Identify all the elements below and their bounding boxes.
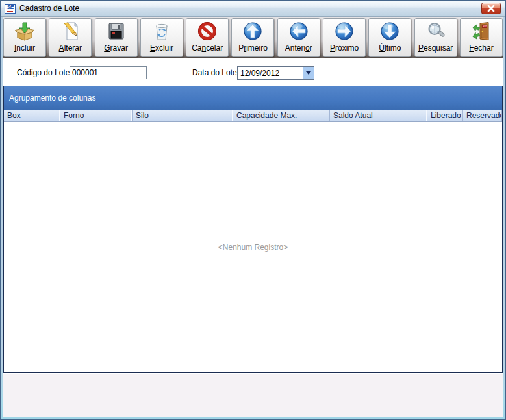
trash-delete-icon xyxy=(151,21,172,42)
dropdown-button[interactable] xyxy=(303,67,314,79)
toolbar-button-fechar[interactable]: EXITFechar xyxy=(460,18,503,57)
lote-grid: Agrupamento de colunas BoxFornoSiloCapac… xyxy=(3,86,503,373)
toolbar-button-primeiro[interactable]: Primeiro xyxy=(231,18,274,57)
toolbar-button-alterar[interactable]: Alterar xyxy=(49,18,92,57)
close-button[interactable] xyxy=(481,3,501,14)
toolbar-button-label: Primeiro xyxy=(238,43,268,53)
close-icon xyxy=(487,4,495,14)
toolbar-button-gravar[interactable]: Gravar xyxy=(95,18,138,57)
column-header-capacidade-max[interactable]: Capacidade Max. xyxy=(233,110,330,121)
toolbar-button-excluir[interactable]: Excluir xyxy=(140,18,183,57)
column-header-box[interactable]: Box xyxy=(4,110,60,121)
svg-text:EXIT: EXIT xyxy=(483,25,487,28)
toolbar-button-label: Gravar xyxy=(104,43,128,53)
codigo-lote-input[interactable] xyxy=(70,66,147,79)
toolbar-button-label: Incluir xyxy=(14,43,35,53)
group-by-box[interactable]: Agrupamento de colunas xyxy=(4,86,502,110)
cancel-icon xyxy=(197,21,218,42)
empty-records-label: <Nenhum Registro> xyxy=(218,243,288,252)
title-bar[interactable]: SE Cadastro de Lote xyxy=(1,1,505,17)
arrow-down-circle-icon xyxy=(379,21,400,42)
pencil-edit-icon xyxy=(60,21,81,42)
group-by-label: Agrupamento de colunas xyxy=(9,93,95,103)
toolbar-button-label: Fechar xyxy=(469,43,493,53)
form-area: Código do Lote: Data do Lote: 12/09/2012 xyxy=(3,58,503,86)
toolbar-button-pesquisar[interactable]: Pesquisar xyxy=(414,18,457,57)
bottom-panel xyxy=(3,374,503,417)
arrow-right-circle-icon xyxy=(334,21,355,42)
toolbar-button-label: Excluir xyxy=(150,43,173,53)
column-header-forno[interactable]: Forno xyxy=(60,110,133,121)
app-window: SE Cadastro de Lote IncluirAlterarGravar… xyxy=(0,0,506,420)
toolbar-button-label: Cancelar xyxy=(192,43,223,53)
data-lote-value: 12/09/2012 xyxy=(238,67,303,79)
toolbar-button-anterior[interactable]: Anterior xyxy=(277,18,320,57)
toolbar-button-label: Pesquisar xyxy=(418,43,453,53)
window-content: IncluirAlterarGravarExcluirCancelarPrime… xyxy=(3,17,503,417)
toolbar-button-incluir[interactable]: Incluir xyxy=(3,18,46,57)
data-lote-label: Data do Lote: xyxy=(192,68,239,77)
app-icon-red-bar xyxy=(7,11,13,12)
column-header-silo[interactable]: Silo xyxy=(133,110,233,121)
column-header-reservado[interactable]: Reservado xyxy=(463,110,502,121)
toolbar: IncluirAlterarGravarExcluirCancelarPrime… xyxy=(3,17,503,58)
floppy-save-icon xyxy=(106,21,127,42)
app-icon-letters: SE xyxy=(6,5,13,10)
toolbar-button-proximo[interactable]: Próximo xyxy=(323,18,366,57)
column-header-liberado[interactable]: Liberado xyxy=(427,110,463,121)
toolbar-button-label: Último xyxy=(379,43,401,53)
toolbar-button-ultimo[interactable]: Último xyxy=(368,18,411,57)
chevron-down-icon xyxy=(306,71,311,75)
search-icon xyxy=(425,21,446,42)
toolbar-button-label: Alterar xyxy=(59,43,82,53)
toolbar-button-cancelar[interactable]: Cancelar xyxy=(186,18,229,57)
codigo-lote-label: Código do Lote: xyxy=(17,68,72,77)
grid-body: <Nenhum Registro> xyxy=(4,122,502,372)
grid-column-headers: BoxFornoSiloCapacidade Max.Saldo AtualLi… xyxy=(4,110,502,122)
toolbar-button-label: Anterior xyxy=(285,43,312,53)
data-lote-combobox[interactable]: 12/09/2012 xyxy=(237,66,314,80)
arrow-up-circle-icon xyxy=(242,21,263,42)
toolbar-button-label: Próximo xyxy=(330,43,359,53)
exit-door-icon: EXIT xyxy=(471,21,492,42)
insert-box-icon xyxy=(14,21,35,42)
app-icon: SE xyxy=(5,4,16,14)
window-title: Cadastro de Lote xyxy=(19,4,79,13)
arrow-left-circle-icon xyxy=(288,21,309,42)
column-header-saldo-atual[interactable]: Saldo Atual xyxy=(330,110,427,121)
